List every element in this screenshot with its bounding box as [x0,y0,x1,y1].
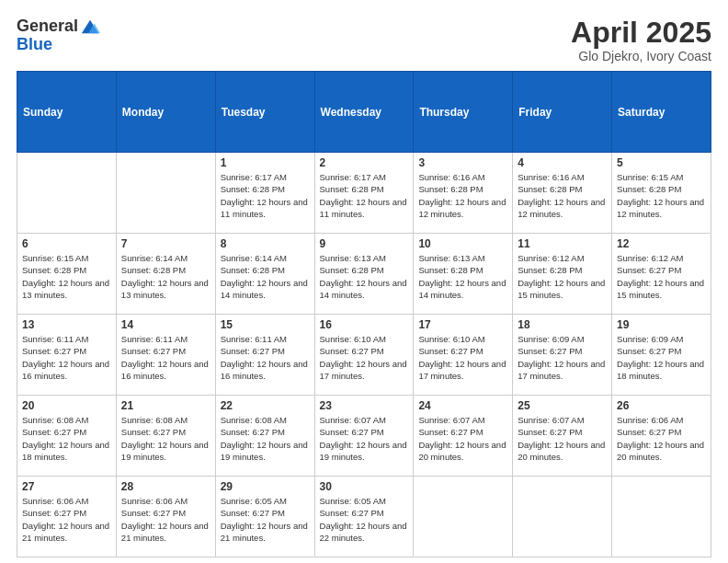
calendar-cell: 9Sunrise: 6:13 AM Sunset: 6:28 PM Daylig… [314,234,414,315]
day-number: 22 [221,399,310,412]
day-info: Sunrise: 6:08 AM Sunset: 6:27 PM Dayligh… [221,414,310,463]
day-info: Sunrise: 6:16 AM Sunset: 6:28 PM Dayligh… [418,171,507,220]
day-info: Sunrise: 6:15 AM Sunset: 6:28 PM Dayligh… [617,171,706,220]
calendar-cell: 19Sunrise: 6:09 AM Sunset: 6:27 PM Dayli… [612,315,711,396]
day-info: Sunrise: 6:14 AM Sunset: 6:28 PM Dayligh… [121,252,210,301]
day-number: 7 [121,237,210,250]
calendar-cell: 1Sunrise: 6:17 AM Sunset: 6:28 PM Daylig… [215,153,314,234]
day-info: Sunrise: 6:08 AM Sunset: 6:27 PM Dayligh… [22,414,111,463]
day-number: 30 [320,480,409,493]
day-number: 10 [418,237,507,250]
calendar-cell: 5Sunrise: 6:15 AM Sunset: 6:28 PM Daylig… [612,153,711,234]
day-info: Sunrise: 6:11 AM Sunset: 6:27 PM Dayligh… [221,333,310,382]
calendar-cell: 13Sunrise: 6:11 AM Sunset: 6:27 PM Dayli… [17,315,117,396]
calendar-cell: 25Sunrise: 6:07 AM Sunset: 6:27 PM Dayli… [513,396,612,477]
calendar-cell: 17Sunrise: 6:10 AM Sunset: 6:27 PM Dayli… [414,315,513,396]
day-info: Sunrise: 6:06 AM Sunset: 6:27 PM Dayligh… [121,495,210,544]
day-number: 26 [617,399,706,412]
day-number: 6 [22,237,111,250]
col-header-tuesday: Tuesday [215,72,314,153]
calendar-cell: 15Sunrise: 6:11 AM Sunset: 6:27 PM Dayli… [215,315,314,396]
col-header-friday: Friday [513,72,612,153]
day-number: 14 [121,318,210,331]
calendar-cell [612,477,711,557]
day-info: Sunrise: 6:06 AM Sunset: 6:27 PM Dayligh… [617,414,706,463]
day-number: 27 [22,480,111,493]
calendar-cell: 16Sunrise: 6:10 AM Sunset: 6:27 PM Dayli… [314,315,414,396]
calendar-cell: 7Sunrise: 6:14 AM Sunset: 6:28 PM Daylig… [116,234,215,315]
day-number: 12 [617,237,706,250]
day-info: Sunrise: 6:11 AM Sunset: 6:27 PM Dayligh… [22,333,111,382]
day-info: Sunrise: 6:16 AM Sunset: 6:28 PM Dayligh… [518,171,607,220]
calendar-table: SundayMondayTuesdayWednesdayThursdayFrid… [17,71,711,557]
day-number: 5 [617,156,706,169]
calendar-cell: 27Sunrise: 6:06 AM Sunset: 6:27 PM Dayli… [17,477,117,557]
day-info: Sunrise: 6:09 AM Sunset: 6:27 PM Dayligh… [617,333,706,382]
day-info: Sunrise: 6:07 AM Sunset: 6:27 PM Dayligh… [518,414,607,463]
day-info: Sunrise: 6:13 AM Sunset: 6:28 PM Dayligh… [418,252,507,301]
calendar-cell: 28Sunrise: 6:06 AM Sunset: 6:27 PM Dayli… [116,477,215,557]
logo-general: General [17,17,78,37]
day-info: Sunrise: 6:06 AM Sunset: 6:27 PM Dayligh… [22,495,111,544]
day-number: 21 [121,399,210,412]
calendar-cell: 24Sunrise: 6:07 AM Sunset: 6:27 PM Dayli… [414,396,513,477]
title-location: Glo Djekro, Ivory Coast [571,49,711,63]
day-number: 18 [518,318,607,331]
day-number: 17 [418,318,507,331]
calendar-cell: 22Sunrise: 6:08 AM Sunset: 6:27 PM Dayli… [215,396,314,477]
logo: General Blue [17,17,100,55]
calendar-cell: 10Sunrise: 6:13 AM Sunset: 6:28 PM Dayli… [414,234,513,315]
col-header-sunday: Sunday [17,72,117,153]
day-number: 3 [418,156,507,169]
day-number: 20 [22,399,111,412]
calendar-cell [513,477,612,557]
logo-icon [80,17,100,37]
day-number: 8 [221,237,310,250]
day-info: Sunrise: 6:05 AM Sunset: 6:27 PM Dayligh… [320,495,409,544]
calendar-cell [116,153,215,234]
calendar-header-row: SundayMondayTuesdayWednesdayThursdayFrid… [17,72,711,153]
calendar-week-2: 6Sunrise: 6:15 AM Sunset: 6:28 PM Daylig… [17,234,711,315]
calendar-cell: 2Sunrise: 6:17 AM Sunset: 6:28 PM Daylig… [314,153,414,234]
day-info: Sunrise: 6:13 AM Sunset: 6:28 PM Dayligh… [320,252,409,301]
day-number: 1 [221,156,310,169]
day-info: Sunrise: 6:14 AM Sunset: 6:28 PM Dayligh… [221,252,310,301]
calendar-cell: 20Sunrise: 6:08 AM Sunset: 6:27 PM Dayli… [17,396,117,477]
day-number: 29 [221,480,310,493]
day-number: 28 [121,480,210,493]
calendar-cell [17,153,117,234]
day-number: 11 [518,237,607,250]
title-month: April 2025 [571,17,711,49]
day-info: Sunrise: 6:07 AM Sunset: 6:27 PM Dayligh… [320,414,409,463]
calendar-cell: 6Sunrise: 6:15 AM Sunset: 6:28 PM Daylig… [17,234,117,315]
calendar-week-5: 27Sunrise: 6:06 AM Sunset: 6:27 PM Dayli… [17,477,711,557]
day-info: Sunrise: 6:12 AM Sunset: 6:27 PM Dayligh… [617,252,706,301]
day-number: 23 [320,399,409,412]
title-block: April 2025 Glo Djekro, Ivory Coast [571,17,711,63]
col-header-thursday: Thursday [414,72,513,153]
day-info: Sunrise: 6:17 AM Sunset: 6:28 PM Dayligh… [320,171,409,220]
day-number: 4 [518,156,607,169]
day-number: 25 [518,399,607,412]
calendar-cell: 23Sunrise: 6:07 AM Sunset: 6:27 PM Dayli… [314,396,414,477]
calendar-week-1: 1Sunrise: 6:17 AM Sunset: 6:28 PM Daylig… [17,153,711,234]
calendar-cell: 12Sunrise: 6:12 AM Sunset: 6:27 PM Dayli… [612,234,711,315]
col-header-saturday: Saturday [612,72,711,153]
calendar-cell: 4Sunrise: 6:16 AM Sunset: 6:28 PM Daylig… [513,153,612,234]
day-number: 15 [221,318,310,331]
header: General Blue April 2025 Glo Djekro, Ivor… [17,17,711,63]
calendar-week-4: 20Sunrise: 6:08 AM Sunset: 6:27 PM Dayli… [17,396,711,477]
col-header-wednesday: Wednesday [314,72,414,153]
day-info: Sunrise: 6:17 AM Sunset: 6:28 PM Dayligh… [221,171,310,220]
day-number: 13 [22,318,111,331]
calendar-week-3: 13Sunrise: 6:11 AM Sunset: 6:27 PM Dayli… [17,315,711,396]
day-number: 16 [320,318,409,331]
day-info: Sunrise: 6:05 AM Sunset: 6:27 PM Dayligh… [221,495,310,544]
col-header-monday: Monday [116,72,215,153]
calendar-cell: 8Sunrise: 6:14 AM Sunset: 6:28 PM Daylig… [215,234,314,315]
logo-blue: Blue [17,35,100,55]
calendar-cell [414,477,513,557]
day-info: Sunrise: 6:10 AM Sunset: 6:27 PM Dayligh… [418,333,507,382]
calendar-cell: 26Sunrise: 6:06 AM Sunset: 6:27 PM Dayli… [612,396,711,477]
day-info: Sunrise: 6:07 AM Sunset: 6:27 PM Dayligh… [418,414,507,463]
